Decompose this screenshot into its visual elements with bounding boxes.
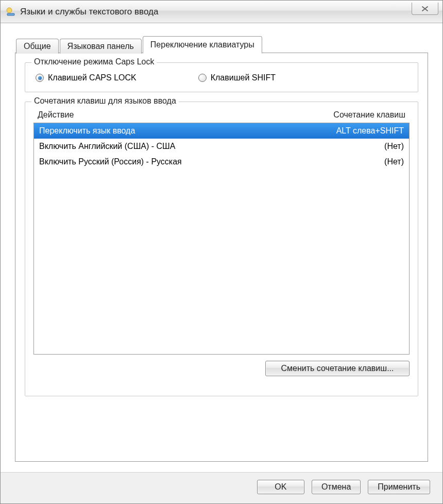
row-shortcut: (Нет) bbox=[384, 140, 404, 153]
dialog-button-bar: OK Отмена Применить bbox=[1, 472, 442, 503]
window-title: Языки и службы текстового ввода bbox=[20, 7, 158, 17]
close-button[interactable] bbox=[412, 3, 438, 15]
tab-panel: Отключение режима Caps Lock Клавишей CAP… bbox=[15, 53, 428, 462]
radio-capslock-label: Клавишей CAPS LOCK bbox=[48, 73, 137, 82]
col-shortcut: Сочетание клавиш bbox=[333, 110, 405, 120]
row-action: Включить Английский (США) - США bbox=[39, 140, 175, 153]
capslock-groupbox: Отключение режима Caps Lock Клавишей CAP… bbox=[25, 62, 418, 92]
radio-dot-icon bbox=[36, 74, 44, 82]
hotkeys-legend: Сочетания клавиш для языков ввода bbox=[31, 96, 179, 106]
app-icon bbox=[6, 7, 16, 17]
titlebar: Языки и службы текстового ввода bbox=[1, 1, 442, 23]
ok-button[interactable]: OK bbox=[257, 480, 304, 494]
change-shortcut-button[interactable]: Сменить сочетание клавиш... bbox=[265, 361, 410, 376]
apply-button[interactable]: Применить bbox=[368, 480, 430, 494]
row-shortcut: ALT слева+SHIFT bbox=[336, 125, 404, 137]
row-action: Переключить язык ввода bbox=[39, 125, 135, 137]
list-row[interactable]: Включить Русский (Россия) - Русская (Нет… bbox=[34, 154, 409, 170]
list-row[interactable]: Переключить язык ввода ALT слева+SHIFT bbox=[34, 123, 409, 139]
tab-strip: Общие Языковая панель Переключение клави… bbox=[16, 36, 428, 53]
col-action: Действие bbox=[38, 110, 74, 120]
change-button-row: Сменить сочетание клавиш... bbox=[33, 361, 410, 376]
svg-point-0 bbox=[7, 8, 12, 13]
tab-language-bar[interactable]: Языковая панель bbox=[60, 39, 142, 54]
row-action: Включить Русский (Россия) - Русская bbox=[39, 156, 182, 168]
tab-general[interactable]: Общие bbox=[16, 39, 59, 54]
list-row[interactable]: Включить Английский (США) - США (Нет) bbox=[34, 139, 409, 154]
content-area: Общие Языковая панель Переключение клави… bbox=[1, 23, 442, 472]
list-header: Действие Сочетание клавиш bbox=[33, 109, 410, 123]
capslock-legend: Отключение режима Caps Lock bbox=[31, 57, 157, 66]
radio-shift-label: Клавишей SHIFT bbox=[211, 73, 276, 82]
radio-capslock[interactable]: Клавишей CAPS LOCK bbox=[36, 73, 137, 82]
svg-rect-1 bbox=[7, 13, 14, 15]
tab-keyboard-switch[interactable]: Переключение клавиатуры bbox=[143, 36, 262, 54]
capslock-radio-row: Клавишей CAPS LOCK Клавишей SHIFT bbox=[33, 70, 410, 83]
radio-shift[interactable]: Клавишей SHIFT bbox=[198, 73, 276, 82]
hotkeys-groupbox: Сочетания клавиш для языков ввода Действ… bbox=[25, 102, 418, 396]
radio-dot-icon bbox=[198, 74, 207, 82]
dialog-window: Языки и службы текстового ввода Общие Яз… bbox=[0, 0, 443, 504]
hotkeys-listbox[interactable]: Переключить язык ввода ALT слева+SHIFT В… bbox=[33, 123, 410, 355]
cancel-button[interactable]: Отмена bbox=[312, 480, 361, 494]
row-shortcut: (Нет) bbox=[384, 156, 404, 168]
